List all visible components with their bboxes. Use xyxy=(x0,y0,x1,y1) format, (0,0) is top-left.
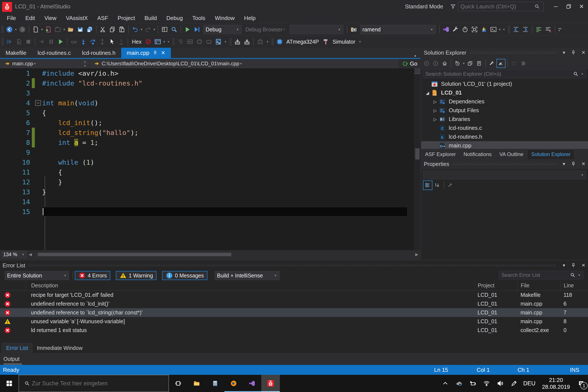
code-editor[interactable]: 1#include <avr/io.h>2#include "lcd-routi… xyxy=(0,68,420,250)
tree-item-lcd-01[interactable]: ◢GCCLCD_01 xyxy=(421,88,588,97)
memory-view-icon[interactable] xyxy=(204,37,214,46)
hex-toggle[interactable]: Hex xyxy=(132,39,142,45)
document-tab-lcd-routines-c[interactable]: lcd-routines.c xyxy=(32,48,76,58)
find-in-files-icon[interactable] xyxy=(169,25,179,34)
new-project-icon[interactable] xyxy=(53,25,62,34)
collapse-all-icon[interactable] xyxy=(466,59,474,68)
bottom-tab-immediate-window[interactable]: Immediate Window xyxy=(32,343,87,353)
firefox-button[interactable] xyxy=(224,375,243,392)
code-line-15[interactable]: 15 xyxy=(0,207,414,217)
document-tab-main-cpp[interactable]: main.cpp✕ xyxy=(121,48,171,58)
minimize-button[interactable]: ─ xyxy=(549,1,562,12)
onedrive-tray-icon[interactable] xyxy=(452,375,466,392)
code-line-9[interactable]: 9 xyxy=(0,148,414,157)
toolbar-overflow-button[interactable]: ▾ xyxy=(225,40,226,43)
menu-vassistx[interactable]: VAssistX xyxy=(61,14,93,23)
tree-item-lcd-routines-c[interactable]: Clcd-routines.c xyxy=(421,124,588,132)
error-row[interactable]: recipe for target 'LCD_01.elf' failedLCD… xyxy=(0,290,588,299)
save-icon[interactable] xyxy=(76,25,85,34)
taskbar-clock[interactable]: 21:20 28.08.2019 xyxy=(538,376,574,390)
horizontal-scrollbar-thumb[interactable] xyxy=(38,253,231,256)
scroll-left-arrow[interactable]: ◀ xyxy=(29,252,32,257)
start-debug-icon[interactable] xyxy=(56,37,65,46)
pause-icon[interactable] xyxy=(46,37,56,46)
code-line-10[interactable]: 10 while (1) xyxy=(0,157,414,167)
menu-project[interactable]: Project xyxy=(113,14,140,23)
comment-lines-icon[interactable] xyxy=(534,25,544,34)
tree-item-output-files[interactable]: ▷Output Files xyxy=(421,106,588,115)
profiler-icon[interactable] xyxy=(460,25,470,34)
quick-launch-input[interactable] xyxy=(460,3,532,10)
device-programming-icon[interactable] xyxy=(470,25,479,34)
close-icon[interactable]: ✕ xyxy=(161,50,165,56)
io-view-icon[interactable] xyxy=(214,37,223,46)
vertical-scrollbar-thumb[interactable] xyxy=(415,148,420,160)
zoom-level-dropdown[interactable]: 134 % ▾ xyxy=(1,251,27,258)
code-line-2[interactable]: 2#include "lcd-routines.h" xyxy=(0,78,414,88)
fold-column[interactable]: − xyxy=(35,98,42,108)
chevron-down-icon[interactable]: ▾ xyxy=(141,28,142,32)
processor-view-icon[interactable] xyxy=(195,37,204,46)
terminal-icon[interactable] xyxy=(489,25,498,34)
code-line-14[interactable]: 14 xyxy=(0,197,414,207)
chevron-down-icon[interactable]: ▾ xyxy=(64,28,65,32)
output-panel-title[interactable]: Output xyxy=(0,353,588,365)
file-explorer-button[interactable] xyxy=(188,375,206,392)
solution-explorer-search-box[interactable]: ▾ xyxy=(423,70,586,78)
cursor-icon[interactable] xyxy=(107,37,116,46)
column-project[interactable]: Project xyxy=(474,281,518,290)
toolbar-grip[interactable] xyxy=(1,26,4,33)
chevron-down-icon[interactable]: ▾ xyxy=(41,28,43,32)
column-description[interactable]: Description xyxy=(26,281,474,290)
toolbar-overflow-button[interactable]: ▾ xyxy=(359,40,361,43)
call-stack-icon[interactable] xyxy=(176,37,185,46)
chevron-down-icon[interactable]: ▾ xyxy=(563,161,565,167)
pin-icon[interactable] xyxy=(153,50,158,55)
se-forward-icon[interactable] xyxy=(431,59,440,68)
property-pages-icon[interactable] xyxy=(488,59,496,68)
uncomment-lines-icon[interactable] xyxy=(544,25,553,34)
error-list-search-box[interactable]: ▾ xyxy=(499,271,583,280)
tree-item-main-cpp[interactable]: C++main.cpp xyxy=(421,141,588,149)
stop-icon[interactable] xyxy=(24,37,33,46)
configuration-combo[interactable]: Debug▾ xyxy=(203,25,242,34)
document-tab-lcd-routines-h[interactable]: lcd-routines.h xyxy=(76,48,121,58)
tree-item-libraries[interactable]: ▷Libraries xyxy=(421,115,588,124)
network-tray-icon[interactable] xyxy=(480,375,494,392)
source-filter-dropdown[interactable]: Build + IntelliSense ▾ xyxy=(215,271,280,280)
debug-browser-combo[interactable]: Debug Browser▾ xyxy=(246,26,286,33)
language-indicator[interactable]: DEU xyxy=(521,380,538,387)
watch-icon[interactable] xyxy=(69,37,79,46)
action-center-button[interactable]: 1 xyxy=(574,375,588,392)
document-tab-makefile[interactable]: Makefile xyxy=(0,48,32,58)
error-row[interactable]: undefined reference to `lcd_string(char … xyxy=(0,308,588,317)
toolbar-grip[interactable] xyxy=(508,26,510,33)
atmel-studio-button[interactable] xyxy=(261,375,280,392)
menu-debug[interactable]: Debug xyxy=(162,14,188,23)
status-insert-mode[interactable]: INS xyxy=(570,365,579,375)
close-icon[interactable]: ✕ xyxy=(582,161,586,167)
status-character[interactable]: Ch 1 xyxy=(518,365,529,375)
device-name[interactable]: ATmega324P xyxy=(286,39,319,45)
solution-explorer-search-input[interactable] xyxy=(425,71,571,77)
status-line[interactable]: Ln 15 xyxy=(434,365,448,375)
tree-expander[interactable]: ▷ xyxy=(432,117,438,122)
nav-forward-icon[interactable] xyxy=(18,25,27,34)
redo-icon[interactable] xyxy=(143,25,152,34)
column-file[interactable]: File xyxy=(518,281,560,290)
paste-icon[interactable] xyxy=(117,25,126,34)
column-line[interactable]: Line xyxy=(560,281,588,290)
scope-spinner[interactable]: ▲▼ xyxy=(81,59,88,68)
menu-build[interactable]: Build xyxy=(140,14,162,23)
toolbar-grip[interactable] xyxy=(229,38,232,46)
scope-filter-dropdown[interactable]: Entire Solution ▾ xyxy=(5,271,69,280)
pin-icon[interactable] xyxy=(569,48,578,58)
scope-dropdown[interactable]: main.cpp ▾ xyxy=(0,59,80,68)
debug-target-combo[interactable]: ▾ xyxy=(290,25,344,34)
solution-explorer-header[interactable]: Solution Explorer ▾ ✕ xyxy=(421,48,588,58)
properties-header[interactable]: Properties ▾ ✕ xyxy=(421,159,588,169)
bottom-tab-error-list[interactable]: Error List xyxy=(2,343,32,353)
power-tray-icon[interactable] xyxy=(466,375,480,392)
error-list-search-input[interactable] xyxy=(502,272,568,278)
toolbar-grip[interactable] xyxy=(272,38,274,46)
